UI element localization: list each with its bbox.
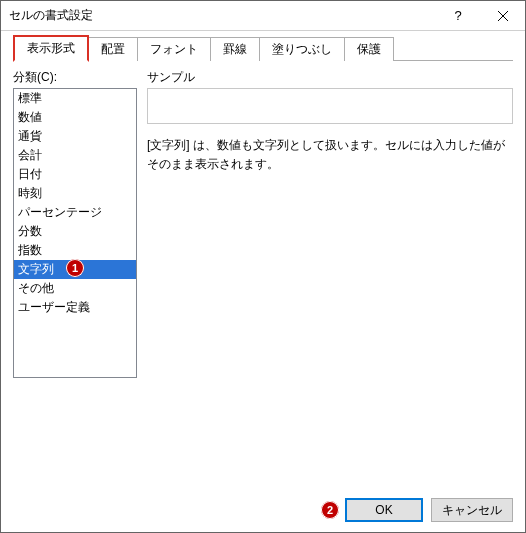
tab-1[interactable]: 配置 bbox=[88, 37, 138, 61]
category-option[interactable]: 時刻 bbox=[14, 184, 136, 203]
category-option[interactable]: 数値 bbox=[14, 108, 136, 127]
category-option[interactable]: 文字列1 bbox=[14, 260, 136, 279]
category-column: 分類(C): 標準数値通貨会計日付時刻パーセンテージ分数指数文字列1その他ユーザ… bbox=[13, 69, 137, 480]
tab-5[interactable]: 保護 bbox=[344, 37, 394, 61]
category-option[interactable]: 標準 bbox=[14, 89, 136, 108]
category-option[interactable]: その他 bbox=[14, 279, 136, 298]
dialog-title: セルの書式設定 bbox=[1, 7, 435, 24]
tab-strip: 表示形式配置フォント罫線塗りつぶし保護 bbox=[13, 37, 513, 61]
client-area: 表示形式配置フォント罫線塗りつぶし保護 分類(C): 標準数値通貨会計日付時刻パ… bbox=[1, 31, 525, 490]
ok-button[interactable]: OK bbox=[345, 498, 423, 522]
category-option[interactable]: 日付 bbox=[14, 165, 136, 184]
tab-2[interactable]: フォント bbox=[137, 37, 211, 61]
svg-text:?: ? bbox=[454, 9, 461, 23]
category-option[interactable]: 指数 bbox=[14, 241, 136, 260]
category-option[interactable]: ユーザー定義 bbox=[14, 298, 136, 317]
tab-0[interactable]: 表示形式 bbox=[13, 35, 89, 62]
format-cells-dialog: セルの書式設定 ? 表示形式配置フォント罫線塗りつぶし保護 分類(C): 標準数… bbox=[0, 0, 526, 533]
category-listbox[interactable]: 標準数値通貨会計日付時刻パーセンテージ分数指数文字列1その他ユーザー定義 bbox=[13, 88, 137, 378]
sample-box bbox=[147, 88, 513, 124]
category-option[interactable]: 分数 bbox=[14, 222, 136, 241]
close-button[interactable] bbox=[480, 1, 525, 30]
tab-4[interactable]: 塗りつぶし bbox=[259, 37, 345, 61]
dialog-button-row: 2 OK キャンセル bbox=[1, 490, 525, 532]
category-option[interactable]: 通貨 bbox=[14, 127, 136, 146]
format-description: [文字列] は、数値も文字列として扱います。セルには入力した値がそのまま表示され… bbox=[147, 136, 513, 174]
tab-body-number: 分類(C): 標準数値通貨会計日付時刻パーセンテージ分数指数文字列1その他ユーザ… bbox=[13, 61, 513, 480]
callout-1: 1 bbox=[66, 259, 84, 277]
title-bar: セルの書式設定 ? bbox=[1, 1, 525, 31]
detail-column: サンプル [文字列] は、数値も文字列として扱います。セルには入力した値がそのま… bbox=[147, 69, 513, 480]
category-option[interactable]: 会計 bbox=[14, 146, 136, 165]
category-option[interactable]: パーセンテージ bbox=[14, 203, 136, 222]
tab-3[interactable]: 罫線 bbox=[210, 37, 260, 61]
help-button[interactable]: ? bbox=[435, 1, 480, 30]
cancel-button[interactable]: キャンセル bbox=[431, 498, 513, 522]
callout-2: 2 bbox=[321, 501, 339, 519]
category-label: 分類(C): bbox=[13, 69, 137, 86]
sample-label: サンプル bbox=[147, 69, 513, 86]
